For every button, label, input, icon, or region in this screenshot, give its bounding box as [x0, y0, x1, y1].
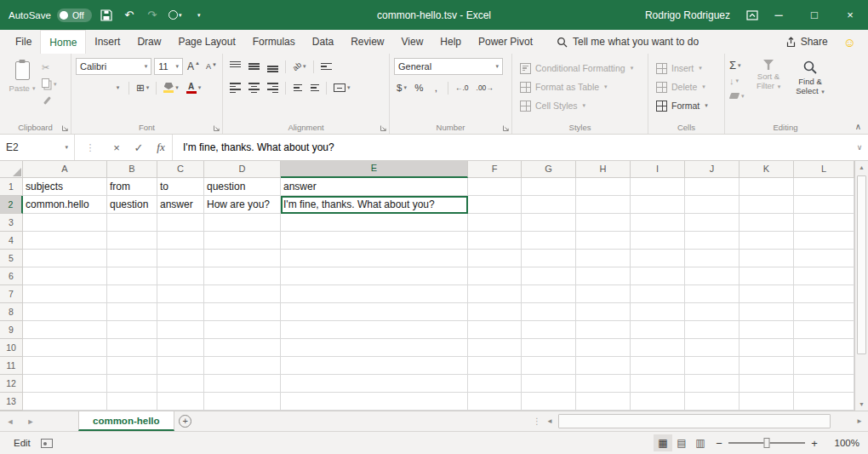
cell-I11[interactable]: [631, 357, 685, 375]
row-header-6[interactable]: 6: [0, 267, 23, 285]
wrap-text-button[interactable]: [318, 58, 334, 75]
cell-L8[interactable]: [794, 303, 854, 321]
conditional-formatting-button[interactable]: Conditional Formatting▾: [520, 60, 644, 77]
row-header-3[interactable]: 3: [0, 214, 23, 232]
paste-button[interactable]: Paste▾: [4, 57, 40, 106]
horizontal-scrollbar[interactable]: ◄ ►: [543, 411, 866, 431]
cell-I8[interactable]: [631, 303, 685, 321]
format-as-table-button[interactable]: Format as Table▾: [520, 78, 644, 95]
column-header-G[interactable]: G: [522, 161, 576, 178]
cell-I9[interactable]: [631, 321, 685, 339]
tab-scroll-split-handle[interactable]: ⋮: [531, 411, 543, 431]
cell-G11[interactable]: [522, 357, 576, 375]
sheet-nav-right-button[interactable]: ►: [20, 411, 41, 431]
align-bottom-button[interactable]: [265, 58, 281, 75]
number-format-select[interactable]: General▾: [394, 58, 503, 75]
cell-A11[interactable]: [23, 357, 107, 375]
feedback-smiley-icon[interactable]: ☺: [843, 30, 856, 54]
cell-C2[interactable]: answer: [157, 196, 204, 214]
cell-D3[interactable]: [204, 214, 281, 232]
cell-L4[interactable]: [794, 232, 854, 250]
cell-C1[interactable]: to: [157, 178, 204, 196]
align-left-button[interactable]: [227, 79, 243, 96]
cell-H12[interactable]: [576, 375, 631, 393]
format-cells-button[interactable]: Format▾: [656, 97, 721, 114]
cell-D11[interactable]: [204, 357, 281, 375]
cell-C7[interactable]: [157, 285, 204, 303]
cell-E3[interactable]: [281, 214, 468, 232]
accounting-format-button[interactable]: $▾: [394, 79, 409, 96]
cell-B12[interactable]: [107, 375, 157, 393]
find-select-button[interactable]: Find & Select ▾: [791, 57, 831, 102]
row-header-2[interactable]: 2: [0, 196, 23, 214]
column-header-D[interactable]: D: [204, 161, 281, 178]
undo-button[interactable]: ↶: [121, 5, 138, 26]
scroll-right-icon[interactable]: ►: [853, 417, 866, 425]
cell-K12[interactable]: [740, 375, 794, 393]
cell-K3[interactable]: [740, 214, 794, 232]
sheet-nav-left-button[interactable]: ◄: [0, 411, 20, 431]
column-header-C[interactable]: C: [157, 161, 204, 178]
cell-C3[interactable]: [157, 214, 204, 232]
cell-H10[interactable]: [576, 339, 631, 357]
tab-review[interactable]: Review: [342, 30, 392, 54]
cell-B2[interactable]: question: [107, 196, 157, 214]
row-header-11[interactable]: 11: [0, 357, 23, 375]
row-header-8[interactable]: 8: [0, 303, 23, 321]
cell-G6[interactable]: [522, 267, 576, 285]
cell-H1[interactable]: [576, 178, 631, 196]
cell-styles-button[interactable]: Cell Styles▾: [520, 97, 644, 114]
cell-B5[interactable]: [107, 250, 157, 267]
cell-G8[interactable]: [522, 303, 576, 321]
font-size-select[interactable]: 11▾: [154, 58, 183, 75]
view-normal-button[interactable]: ▦: [654, 434, 672, 451]
cell-D4[interactable]: [204, 232, 281, 250]
cell-D13[interactable]: [204, 393, 281, 411]
tab-insert[interactable]: Insert: [86, 30, 128, 54]
cell-K5[interactable]: [740, 250, 794, 267]
row-header-7[interactable]: 7: [0, 285, 23, 303]
cell-B3[interactable]: [107, 214, 157, 232]
cell-H5[interactable]: [576, 250, 631, 267]
tab-view[interactable]: View: [393, 30, 432, 54]
cell-J3[interactable]: [685, 214, 740, 232]
cell-G9[interactable]: [522, 321, 576, 339]
underline-button[interactable]: ▾: [110, 79, 124, 96]
cell-C10[interactable]: [157, 339, 204, 357]
column-header-B[interactable]: B: [107, 161, 157, 178]
insert-function-button[interactable]: fx: [150, 135, 172, 160]
clipboard-dialog-launcher[interactable]: [61, 124, 69, 132]
cell-A1[interactable]: subjects: [23, 178, 107, 196]
autosave-toggle[interactable]: Off: [57, 9, 92, 22]
align-top-button[interactable]: [227, 58, 243, 75]
align-center-button[interactable]: [246, 79, 262, 96]
cell-F4[interactable]: [468, 232, 522, 250]
formula-input[interactable]: I'm fine, thanks. What about you?: [172, 135, 851, 160]
enter-button[interactable]: ✓: [128, 135, 150, 160]
cell-E13[interactable]: [281, 393, 468, 411]
cell-C6[interactable]: [157, 267, 204, 285]
new-sheet-button[interactable]: +: [174, 411, 197, 431]
formula-bar-resize-handle[interactable]: ⋮: [75, 135, 106, 160]
cell-A7[interactable]: [23, 285, 107, 303]
horizontal-scrollbar-thumb[interactable]: [558, 414, 831, 428]
cell-F12[interactable]: [468, 375, 522, 393]
cell-D2[interactable]: How are you?: [204, 196, 281, 214]
decrease-decimal-button[interactable]: .00→: [474, 79, 496, 96]
scroll-left-icon[interactable]: ◄: [543, 417, 557, 425]
column-header-A[interactable]: A: [23, 161, 107, 178]
decrease-font-size-button[interactable]: A▼: [204, 62, 219, 71]
cell-J4[interactable]: [685, 232, 740, 250]
close-button[interactable]: ×: [832, 0, 868, 30]
cell-B6[interactable]: [107, 267, 157, 285]
cell-A12[interactable]: [23, 375, 107, 393]
cell-E7[interactable]: [281, 285, 468, 303]
decrease-indent-button[interactable]: [290, 79, 305, 96]
cell-E9[interactable]: [281, 321, 468, 339]
cell-J11[interactable]: [685, 357, 740, 375]
cell-B13[interactable]: [107, 393, 157, 411]
cell-I4[interactable]: [631, 232, 685, 250]
row-header-4[interactable]: 4: [0, 232, 23, 250]
cell-A4[interactable]: [23, 232, 107, 250]
cell-I2[interactable]: [631, 196, 685, 214]
